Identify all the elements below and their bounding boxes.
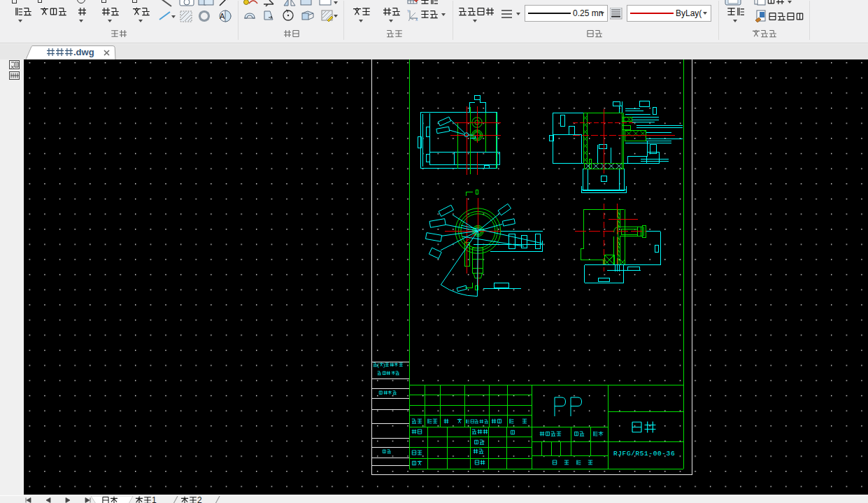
svg-text:X: X <box>415 17 418 21</box>
svg-text:A: A <box>220 12 225 20</box>
